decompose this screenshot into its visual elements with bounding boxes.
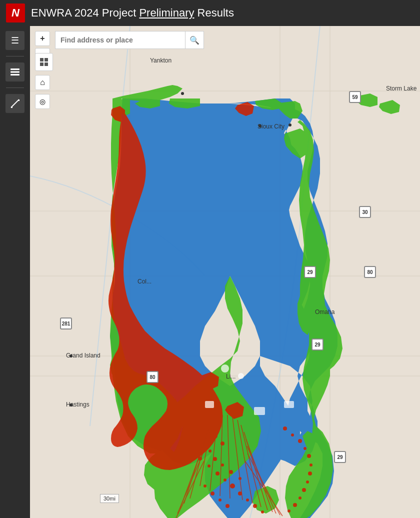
header: N ENWRA 2024 Project Preliminary Results — [0, 0, 420, 26]
svg-point-56 — [261, 510, 264, 514]
zoom-in-button[interactable]: + — [35, 31, 50, 46]
svg-rect-1 — [10, 72, 20, 73]
svg-rect-2 — [10, 74, 20, 76]
app-logo: N — [6, 4, 25, 22]
svg-point-84 — [298, 439, 302, 443]
svg-line-3 — [11, 100, 19, 108]
map-canvas — [30, 26, 420, 518]
search-bar: 🔍 — [55, 31, 204, 49]
sidebar-layers-button[interactable] — [6, 62, 24, 82]
shield-80-right: 80 — [364, 266, 376, 278]
svg-point-63 — [218, 498, 222, 502]
scale-bar: 30mi — [100, 494, 119, 503]
sidebar: ☰ — [0, 26, 30, 518]
search-input[interactable] — [55, 31, 185, 49]
svg-point-93 — [288, 510, 290, 512]
svg-rect-100 — [44, 58, 48, 62]
svg-rect-97 — [254, 407, 265, 415]
svg-point-87 — [310, 464, 312, 466]
page-title: ENWRA 2024 Project Preliminary Results — [31, 6, 234, 20]
svg-point-83 — [291, 434, 294, 436]
sidebar-divider-2 — [6, 88, 24, 88]
scale-label: 30mi — [104, 496, 116, 502]
sidebar-divider — [6, 56, 24, 56]
shield-281: 281 — [60, 318, 72, 330]
svg-rect-98 — [284, 401, 294, 408]
shield-80-left: 80 — [146, 371, 158, 383]
svg-point-50 — [216, 472, 220, 476]
svg-point-95 — [238, 373, 244, 379]
home-button[interactable]: ⌂ — [35, 75, 50, 90]
sidebar-measure-button[interactable] — [6, 94, 24, 113]
shield-59: 59 — [349, 91, 361, 103]
svg-point-82 — [283, 426, 287, 430]
shield-29-mid: 29 — [312, 338, 324, 350]
svg-rect-0 — [10, 68, 20, 70]
svg-point-61 — [204, 484, 206, 488]
svg-point-51 — [224, 478, 226, 482]
locate-button[interactable]: ◎ — [35, 94, 50, 109]
search-button[interactable]: 🔍 — [185, 31, 204, 49]
svg-rect-99 — [40, 58, 44, 62]
svg-point-90 — [302, 488, 306, 492]
svg-point-62 — [210, 492, 214, 496]
svg-point-43 — [198, 419, 202, 423]
shield-30: 30 — [359, 206, 371, 218]
svg-point-52 — [230, 484, 235, 488]
svg-point-59 — [221, 464, 224, 466]
layer-switcher-button[interactable] — [35, 53, 53, 71]
search-icon: 🔍 — [190, 36, 200, 45]
svg-point-85 — [304, 447, 306, 450]
svg-rect-96 — [205, 401, 214, 408]
sidebar-menu-button[interactable]: ☰ — [6, 31, 24, 50]
svg-point-88 — [308, 472, 312, 476]
svg-point-92 — [293, 503, 297, 507]
svg-point-55 — [253, 504, 257, 508]
svg-point-46 — [220, 442, 224, 446]
shield-29-upper: 29 — [304, 266, 316, 278]
svg-rect-102 — [44, 62, 48, 66]
svg-point-54 — [246, 498, 249, 502]
svg-point-91 — [298, 496, 302, 500]
svg-point-89 — [306, 480, 309, 484]
svg-point-94 — [221, 364, 229, 372]
svg-point-49 — [208, 464, 210, 468]
map-container[interactable]: + − ⌂ ◎ 🔍 Yankton Sioux City Storm Lake … — [30, 26, 420, 518]
shield-29-lower: 29 — [334, 451, 346, 463]
svg-point-86 — [307, 454, 311, 458]
svg-point-47 — [208, 450, 212, 452]
svg-point-64 — [226, 504, 230, 508]
svg-rect-101 — [40, 62, 44, 66]
